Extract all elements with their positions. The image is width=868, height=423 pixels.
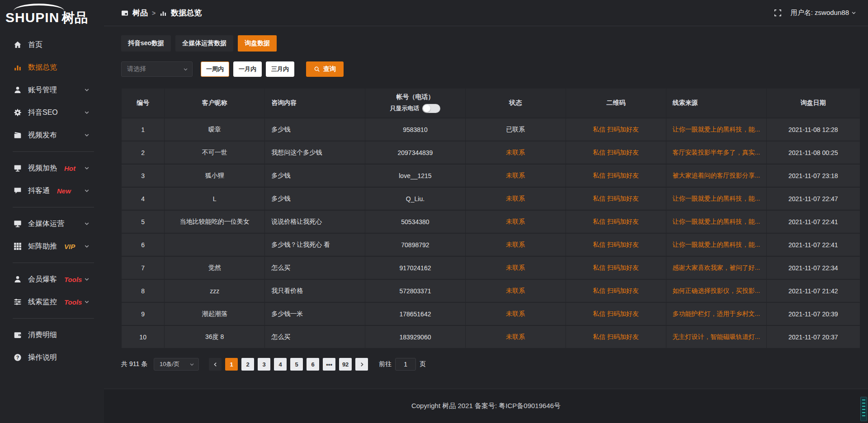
chevron-down-icon <box>851 10 856 15</box>
cell-index: 8 <box>122 280 164 302</box>
sidebar-item-label: 线索监控 <box>28 297 57 307</box>
svg-text:?: ? <box>16 355 19 360</box>
table-header: 编号客户昵称咨询内容帐号（电话）只显示电话状态二维码线索来源询盘日期 <box>122 89 860 118</box>
qrcode-link[interactable]: 私信 扫码加好友 <box>593 310 639 317</box>
sidebar-item-account-manage[interactable]: 账号管理 <box>0 79 104 101</box>
filter-select[interactable]: 请选择 <box>121 61 193 77</box>
cell-content: 怎么买 <box>265 326 365 348</box>
sliders-icon <box>14 298 22 306</box>
cell-status: 未联系 <box>466 326 566 348</box>
chevron-down-icon <box>84 244 90 249</box>
qrcode-link[interactable]: 私信 扫码加好友 <box>593 218 639 225</box>
source-link[interactable]: 让你一眼就爱上的黑科技，能... <box>673 126 760 133</box>
source-link[interactable]: 客厅安装投影半年多了，真实... <box>673 149 760 156</box>
range-button-0[interactable]: 一周内 <box>201 61 229 77</box>
sidebar-item-video-heat[interactable]: 视频加热Hot <box>0 157 104 179</box>
chevron-left-icon <box>213 362 218 367</box>
cell-account: 50534380 <box>365 211 465 233</box>
cell-qrcode: 私信 扫码加好友 <box>566 257 666 279</box>
sidebar-item-video-publish[interactable]: 视频发布 <box>0 124 104 146</box>
cell-content: 说说价格让我死心 <box>265 211 365 233</box>
page-button-6[interactable]: 6 <box>307 358 319 371</box>
qrcode-link[interactable]: 私信 扫码加好友 <box>593 241 639 248</box>
goto-page-input[interactable] <box>395 358 416 371</box>
search-button[interactable]: 查询 <box>306 61 344 77</box>
content: 抖音seo数据全媒体运营数据询盘数据 请选择 一周内一月内三月内 查询 编号客户… <box>104 26 868 371</box>
chat-icon <box>14 187 22 195</box>
qrcode-link[interactable]: 私信 扫码加好友 <box>593 333 639 340</box>
column-header-qrcode: 二维码 <box>566 89 666 118</box>
chevron-down-icon <box>84 87 90 93</box>
inquiry-table: 编号客户昵称咨询内容帐号（电话）只显示电话状态二维码线索来源询盘日期 1暧章多少… <box>121 88 860 349</box>
sidebar-item-matrix-boost[interactable]: 矩阵助推VIP <box>0 235 104 258</box>
qrcode-link[interactable]: 私信 扫码加好友 <box>593 172 639 179</box>
page-button-5[interactable]: 5 <box>290 358 303 371</box>
sidebar-item-dashboard[interactable]: 数据总览 <box>0 56 104 79</box>
range-button-2[interactable]: 三月内 <box>266 61 294 77</box>
fullscreen-icon[interactable] <box>774 9 782 17</box>
sidebar-item-douketong[interactable]: 抖客通New <box>0 179 104 202</box>
next-page-button[interactable] <box>355 358 368 371</box>
tab-media-ops-data[interactable]: 全媒体运营数据 <box>175 35 233 52</box>
cell-account: 917024162 <box>365 257 465 279</box>
cell-account: 178651642 <box>365 303 465 325</box>
toggle-knob <box>423 105 430 112</box>
page-button-3[interactable]: 3 <box>258 358 270 371</box>
chevron-down-icon <box>84 188 90 193</box>
sidebar-item-badge: Tools <box>64 276 82 283</box>
sidebar-item-label: 全媒体运营 <box>28 219 64 229</box>
sidebar-item-douyin-seo[interactable]: 抖音SEO <box>0 101 104 124</box>
chat-widget-stripes-icon <box>862 400 865 418</box>
cell-date: 2021-11-08 12:28 <box>767 118 860 141</box>
range-button-1[interactable]: 一月内 <box>233 61 262 77</box>
phone-only-toggle[interactable] <box>422 104 440 113</box>
app-logo[interactable]: SHUPIN树品 <box>0 3 104 27</box>
sidebar-item-leads-monitor[interactable]: 线索监控Tools <box>0 291 104 313</box>
source-link[interactable]: 让你一眼就爱上的黑科技，能... <box>673 218 760 225</box>
source-link[interactable]: 多功能护栏灯，适用于乡村文... <box>673 310 760 317</box>
source-link[interactable]: 感谢大家喜欢我家，被问了好... <box>673 264 760 271</box>
sidebar: SHUPIN树品 首页数据总览账号管理抖音SEO视频发布视频加热Hot抖客通Ne… <box>0 0 104 423</box>
chat-widget[interactable] <box>860 397 867 421</box>
page-button-2[interactable]: 2 <box>241 358 254 371</box>
qrcode-link[interactable]: 私信 扫码加好友 <box>593 149 639 156</box>
breadcrumb-app[interactable]: 树品 <box>132 8 148 18</box>
tab-inquiry-data[interactable]: 询盘数据 <box>238 35 277 52</box>
cell-source: 如何正确选择投影仪，买投影... <box>666 280 766 302</box>
qrcode-link[interactable]: 私信 扫码加好友 <box>593 264 639 271</box>
column-header-source: 线索来源 <box>666 89 766 118</box>
table-row: 2不可一世我想问这个多少钱2097344839未联系私信 扫码加好友客厅安装投影… <box>122 141 860 164</box>
tab-douyin-seo-data[interactable]: 抖音seo数据 <box>121 35 171 52</box>
user-icon <box>14 86 22 94</box>
logo-text-en: SHUPIN <box>5 10 59 25</box>
cell-nickname: 觉然 <box>165 257 264 279</box>
sidebar-item-help[interactable]: ?操作说明 <box>0 346 104 369</box>
page-button-4[interactable]: 4 <box>274 358 287 371</box>
qrcode-link[interactable]: 私信 扫码加好友 <box>593 195 639 202</box>
cell-qrcode: 私信 扫码加好友 <box>566 326 666 348</box>
page-ellipsis-button[interactable]: ••• <box>323 358 335 371</box>
source-link[interactable]: 无主灯设计，智能磁吸轨道灯... <box>673 333 760 340</box>
footer: Copyright 树品 2021 备案号: 粤ICP备09019646号 <box>104 389 868 423</box>
prev-page-button[interactable] <box>209 358 222 371</box>
cell-content: 多少钱 <box>265 118 365 141</box>
cell-nickname: 不可一世 <box>165 141 264 164</box>
cell-account: 2097344839 <box>365 141 465 164</box>
sidebar-item-media-ops[interactable]: 全媒体运营 <box>0 212 104 235</box>
sidebar-item-home[interactable]: 首页 <box>0 33 104 56</box>
page-button-92[interactable]: 92 <box>339 358 352 371</box>
user-menu[interactable]: 用户名: zswodun88 <box>791 9 856 17</box>
cell-status: 未联系 <box>466 234 566 256</box>
sidebar-item-member-burst[interactable]: 会员爆客Tools <box>0 268 104 291</box>
cell-account: Q_Liu. <box>365 188 465 210</box>
source-link[interactable]: 如何正确选择投影仪，买投影... <box>673 287 760 294</box>
page-button-1[interactable]: 1 <box>225 358 238 371</box>
qrcode-link[interactable]: 私信 扫码加好友 <box>593 126 639 133</box>
source-link[interactable]: 让你一眼就爱上的黑科技，能... <box>673 241 760 248</box>
source-link[interactable]: 被大家追着问的客厅投影分享... <box>673 172 760 179</box>
page-size-select[interactable]: 10条/页 <box>154 358 199 371</box>
home-icon <box>14 41 22 49</box>
source-link[interactable]: 让你一眼就爱上的黑科技，能... <box>673 195 760 202</box>
sidebar-item-expense-detail[interactable]: 消费明细 <box>0 324 104 346</box>
qrcode-link[interactable]: 私信 扫码加好友 <box>593 287 639 294</box>
